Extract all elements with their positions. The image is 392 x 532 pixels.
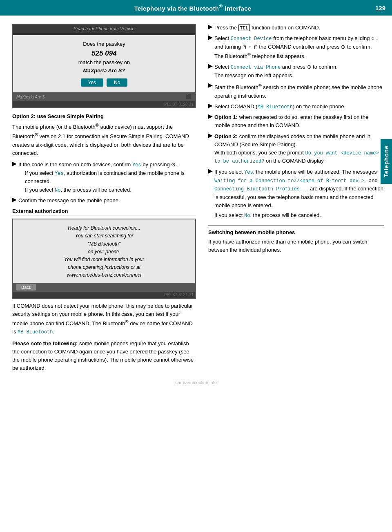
option1-label: Option 1: [214, 114, 238, 120]
do-you-want-code: Do you want <device name> to be authoriz… [214, 150, 379, 165]
waiting-code: Waiting for a Connection to//<name of B-… [214, 178, 367, 184]
bullet-arrow-r8: ▶ [208, 168, 212, 174]
option2-heading: Option 2: use Secure Simple Pairing [12, 113, 196, 119]
ext-auth-heading: External authorization [12, 208, 196, 215]
device-screen-content: Does the passkey 525 094 match the passk… [13, 35, 195, 92]
mb-bluetooth-code: MB Bluetooth [257, 104, 292, 110]
bullet-arrow-r4: ▶ [208, 82, 212, 88]
mb-bluetooth-label: MB Bluetooth [18, 329, 53, 335]
bullet-text-r4: Start the Bluetooth® search on the mobil… [214, 82, 384, 100]
header-title: Telephony via the Bluetooth® interface [20, 4, 365, 12]
bullet-if-yes: ▶ If you select Yes, the mobile phone wi… [208, 168, 384, 220]
switching-divider [208, 226, 384, 226]
ext-auth-line2: You can start searching for [20, 232, 189, 240]
bullet-arrow-r3: ▶ [208, 63, 212, 69]
ctrl-symbol-r3: ⊙ [307, 64, 312, 70]
bullet-item-confirm-message: ▶ Confirm the message on the mobile phon… [12, 197, 196, 205]
ext-auth-line7: www.mercedes-benz.com/connect [20, 271, 189, 279]
page-header: Telephony via the Bluetooth® interface 1… [0, 0, 392, 16]
switching-body: If you have authorized more than one mob… [208, 238, 384, 254]
bullet-arrow-r6: ▶ [208, 113, 212, 119]
ext-auth-line6: phone operating instructions or at [20, 264, 189, 271]
ext-auth-line4: on your phone. [20, 248, 189, 256]
please-note-label: Please note the following: [12, 340, 78, 346]
no-code-r: No [244, 213, 250, 219]
bullet-text-1: If the code is the same on both devices,… [18, 161, 196, 194]
connect-via-phone-code: Connect via Phone [231, 65, 281, 70]
ext-auth-line3: "MB Bluetooth" [20, 240, 189, 248]
ctrl-symbol-r2: ⊙ [341, 44, 345, 50]
bullet-text-r5: Select COMAND (MB Bluetooth) on the mobi… [214, 103, 345, 111]
bullet-arrow-r7: ▶ [208, 132, 212, 139]
left-column: Search for Phone from Vehicle Does the p… [0, 24, 204, 376]
ext-auth-line5: You will find more information in your [20, 256, 189, 264]
device-caption-1: P82.87-8120-31 [13, 101, 195, 107]
ext-auth-inner: Ready for Bluetooth connection... You ca… [13, 219, 195, 282]
bullet-select-comand: ▶ Select COMAND (MB Bluetooth) on the mo… [208, 103, 384, 111]
device-screen-title: Search for Phone from Vehicle [13, 25, 195, 33]
ext-auth-back-bar: Back [13, 283, 195, 292]
main-content: Search for Phone from Vehicle Does the p… [0, 16, 392, 376]
bullet-select-connect-device: ▶ Select Connect Device from the telepho… [208, 34, 384, 60]
bullet-text-r8: If you select Yes, the mobile phone will… [214, 168, 384, 220]
bullet-select-connect-via-phone: ▶ Select Connect via Phone and press ⊙ t… [208, 63, 384, 80]
bullet-arrow-1: ▶ [12, 161, 16, 167]
please-note-text: Please note the following: some mobile p… [12, 340, 196, 373]
bullet-arrow-2: ▶ [12, 197, 16, 203]
option2-body: The mobile phone (or the Bluetooth® audi… [12, 122, 196, 157]
bullet-text-r2: Select Connect Device from the telephone… [214, 34, 384, 60]
yes-code-2: Yes [55, 171, 64, 177]
bullet-option2: ▶ Option 2: confirm the displayed codes … [208, 132, 384, 165]
ext-auth-back-button[interactable]: Back [16, 284, 36, 291]
bullet-start-bt-search: ▶ Start the Bluetooth® search on the mob… [208, 82, 384, 100]
ctrl-symbol-1: ⊙ [171, 161, 176, 168]
device-buttons: Yes No [20, 78, 189, 87]
device-yes-button[interactable]: Yes [81, 78, 104, 87]
ext-auth-screenshot: Ready for Bluetooth connection... You ca… [12, 219, 196, 298]
ext-auth-caption: P82.87-8121-31 [13, 292, 195, 298]
yes-code-1: Yes [132, 162, 141, 168]
bullet-text-r1: Press the TEL function button on COMAND. [214, 24, 320, 32]
switching-heading: Switching between mobile phones [208, 229, 384, 235]
page-number: 129 [365, 4, 385, 11]
device-no-button[interactable]: No [107, 78, 127, 87]
phone-name: MaXperia Arc S? [20, 67, 189, 75]
ext-auth-line1: Ready for Bluetooth connection... [20, 224, 189, 232]
bullet-text-r7: Option 2: confirm the displayed codes on… [214, 132, 384, 165]
bullet-arrow-r2: ▶ [208, 34, 212, 40]
bullet-press-tel: ▶ Press the TEL function button on COMAN… [208, 24, 384, 32]
bullet-arrow-r5: ▶ [208, 103, 212, 109]
connecting-code: Connecting Bluetooth Profiles... [214, 186, 308, 192]
right-column: ▶ Press the TEL function button on COMAN… [204, 24, 392, 376]
option2-label: Option 2: [214, 133, 238, 139]
passkey-line3: match the passkey on [20, 58, 189, 67]
bullet-text-2: Confirm the message on the mobile phone. [18, 197, 120, 205]
tel-key: TEL [238, 25, 250, 31]
bullet-option1: ▶ Option 1: when requested to do so, ent… [208, 113, 384, 130]
telephone-side-tab: Telephone [381, 139, 392, 184]
watermark: carmanualonline.info [0, 376, 392, 387]
bullet-text-r3: Select Connect via Phone and press ⊙ to … [214, 63, 338, 80]
device-footer-text: MaXperia Arc S [16, 95, 45, 99]
no-code-1: No [55, 188, 60, 193]
body-text-2: If COMAND does not detect your mobile ph… [12, 302, 196, 336]
yes-code-r: Yes [244, 170, 253, 175]
passkey-code: 525 094 [20, 48, 189, 59]
device-footer-bar: MaXperia Arc S ⬛ [13, 92, 195, 101]
bullet-text-r6: Option 1: when requested to do so, enter… [214, 113, 384, 130]
bullet-arrow-r1: ▶ [208, 24, 212, 30]
bullet-item-code-same: ▶ If the code is the same on both device… [12, 161, 196, 194]
device-screenshot-passkey: Search for Phone from Vehicle Does the p… [12, 24, 196, 108]
connect-device-code: Connect Device [231, 36, 272, 42]
passkey-line1: Does the passkey [20, 40, 189, 48]
